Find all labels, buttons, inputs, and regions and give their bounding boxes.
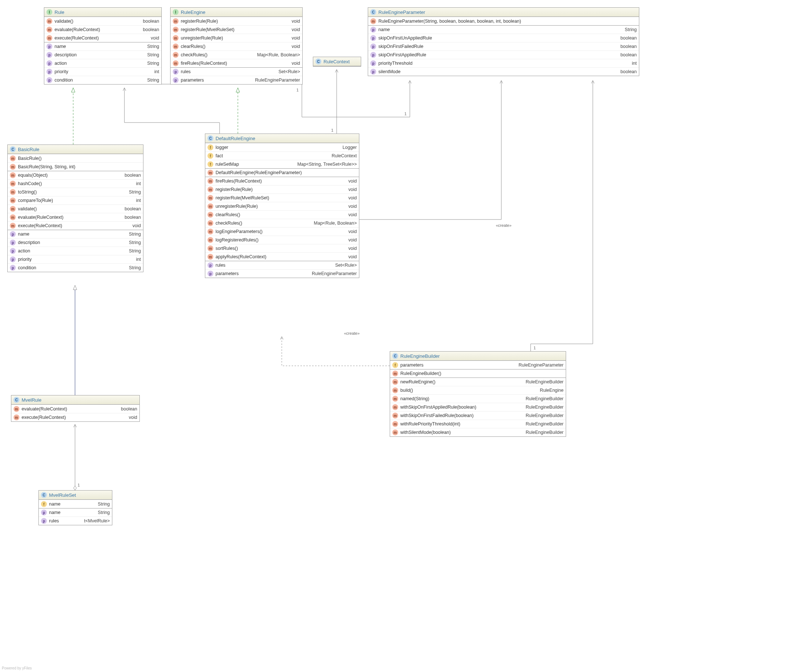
member-row[interactable]: prulest<MvelRule> xyxy=(39,517,112,525)
class-RuleContext[interactable]: CRuleContext xyxy=(313,57,361,67)
member-row[interactable]: pparametersRuleEngineParameter xyxy=(205,269,359,278)
member-signature: logger xyxy=(216,145,228,150)
member-row[interactable]: pskipOnFirstUnAppliedRuleboolean xyxy=(368,34,639,42)
member-row[interactable]: mwithRulePriorityThreshold(int)RuleEngin… xyxy=(390,419,566,428)
member-row[interactable]: pskipOnFirstAppliedRuleboolean xyxy=(368,51,639,59)
method-icon: m xyxy=(208,254,213,260)
member-row[interactable]: mregisterRule(Rule)void xyxy=(205,185,359,194)
method-icon: m xyxy=(392,371,398,376)
member-row[interactable]: ppriorityThresholdint xyxy=(368,59,639,67)
member-row[interactable]: prulesSet<Rule> xyxy=(171,67,302,76)
property-icon: p xyxy=(370,35,376,41)
member-row[interactable]: mnamed(String)RuleEngineBuilder xyxy=(390,394,566,403)
class-RuleEngineBuilder[interactable]: CRuleEngineBuilderfparametersRuleEngineP… xyxy=(390,351,566,437)
member-row[interactable]: pactionString xyxy=(44,59,162,67)
footer-credit: Powered by yFiles xyxy=(2,666,32,670)
member-row[interactable]: psilentModeboolean xyxy=(368,67,639,76)
class-header[interactable]: CRuleContext xyxy=(313,57,361,66)
member-row[interactable]: mexecute(RuleContext)void xyxy=(44,34,162,42)
class-header[interactable]: CBasicRule xyxy=(8,145,143,154)
member-row[interactable]: msortRules()void xyxy=(205,244,359,253)
class-MvelRule[interactable]: CMvelRulemevaluate(RuleContext)booleanme… xyxy=(11,395,140,422)
member-row[interactable]: mDefaultRuleEngine(RuleEngineParameter) xyxy=(205,168,359,177)
method-icon: m xyxy=(208,245,213,251)
member-row[interactable]: mclearRules()void xyxy=(205,210,359,219)
member-row[interactable]: fparametersRuleEngineParameter xyxy=(390,361,566,369)
member-row[interactable]: mregisterRule(MvelRuleSet)void xyxy=(205,194,359,202)
member-row[interactable]: mcompareTo(Rule)int xyxy=(8,196,143,205)
member-row[interactable]: pconditionString xyxy=(8,263,143,272)
member-row[interactable]: pconditionString xyxy=(44,76,162,84)
member-row[interactable]: pnameString xyxy=(39,508,112,517)
member-row[interactable]: mlogEngineParameters()void xyxy=(205,227,359,235)
class-Rule[interactable]: IRulemvalidate()booleanmevaluate(RuleCon… xyxy=(44,7,162,85)
member-return-type: boolean xyxy=(617,44,637,49)
member-return-type: void xyxy=(345,204,357,209)
member-row[interactable]: mbuild()RuleEngine xyxy=(390,386,566,394)
member-row[interactable]: mwithSkipOnFirstFailedRule(boolean)RuleE… xyxy=(390,411,566,419)
member-row[interactable]: mvalidate()boolean xyxy=(8,205,143,213)
class-header[interactable]: CRuleEngineBuilder xyxy=(390,352,566,361)
class-DefaultRuleEngine[interactable]: CDefaultRuleEnginefloggerLoggerffactRule… xyxy=(205,133,359,278)
member-row[interactable]: pnameString xyxy=(44,42,162,51)
member-row[interactable]: pparametersRuleEngineParameter xyxy=(171,76,302,84)
method-icon: m xyxy=(392,396,398,402)
member-row[interactable]: pskipOnFirstFailedRuleboolean xyxy=(368,42,639,51)
class-header[interactable]: IRuleEngine xyxy=(171,8,302,17)
member-row[interactable]: mlogRegisteredRules()void xyxy=(205,235,359,244)
member-row[interactable]: mRuleEngineParameter(String, boolean, bo… xyxy=(368,17,639,25)
class-header[interactable]: CMvelRule xyxy=(11,395,139,405)
member-row[interactable]: mequals(Object)boolean xyxy=(8,171,143,179)
member-row[interactable]: mwithSilentMode(boolean)RuleEngineBuilde… xyxy=(390,428,566,437)
member-row[interactable]: mevaluate(RuleContext)boolean xyxy=(44,25,162,34)
member-row[interactable]: mvalidate()boolean xyxy=(44,17,162,25)
member-row[interactable]: mnewRuleEngine()RuleEngineBuilder xyxy=(390,378,566,386)
member-row[interactable]: pnameString xyxy=(368,25,639,34)
member-row[interactable]: fnameString xyxy=(39,500,112,508)
member-row[interactable]: mRuleEngineBuilder() xyxy=(390,369,566,378)
member-row[interactable]: ppriorityint xyxy=(44,67,162,76)
member-return-type: boolean xyxy=(121,215,141,220)
member-row[interactable]: fruleSetMapMap<String, TreeSet<Rule>> xyxy=(205,160,359,168)
member-row[interactable]: mtoString()String xyxy=(8,188,143,196)
class-header[interactable]: CDefaultRuleEngine xyxy=(205,134,359,143)
member-row[interactable]: mfireRules(RuleContext)void xyxy=(171,59,302,67)
member-row[interactable]: mcheckRules()Map<Rule, Boolean> xyxy=(205,219,359,227)
member-row[interactable]: pdescriptionString xyxy=(8,238,143,246)
class-BasicRule[interactable]: CBasicRulemBasicRule()mBasicRule(String,… xyxy=(7,144,144,272)
member-row[interactable]: mevaluate(RuleContext)boolean xyxy=(8,213,143,221)
member-row[interactable]: mevaluate(RuleContext)boolean xyxy=(11,405,139,413)
member-signature: validate() xyxy=(54,19,73,24)
member-row[interactable]: pactionString xyxy=(8,246,143,255)
member-row[interactable]: mexecute(RuleContext)void xyxy=(8,221,143,230)
member-row[interactable]: munregisterRule(Rule)void xyxy=(171,34,302,42)
member-row[interactable]: mregisterRule(Rule)void xyxy=(171,17,302,25)
member-row[interactable]: pdescriptionString xyxy=(44,51,162,59)
member-row[interactable]: mexecute(RuleContext)void xyxy=(11,413,139,421)
member-row[interactable]: ppriorityint xyxy=(8,255,143,263)
member-row[interactable]: munregisterRule(Rule)void xyxy=(205,202,359,210)
class-MvelRuleSet[interactable]: CMvelRuleSetfnameStringpnameStringprules… xyxy=(38,490,112,525)
member-return-type: void xyxy=(288,27,300,32)
member-row[interactable]: pnameString xyxy=(8,230,143,238)
class-header[interactable]: IRule xyxy=(44,8,162,17)
member-row[interactable]: mclearRules()void xyxy=(171,42,302,51)
class-header[interactable]: CMvelRuleSet xyxy=(39,491,112,500)
member-row[interactable]: mBasicRule(String, String, int) xyxy=(8,162,143,171)
member-row[interactable]: mcheckRules()Map<Rule, Boolean> xyxy=(171,51,302,59)
member-signature: checkRules() xyxy=(181,52,208,58)
class-header[interactable]: CRuleEngineParameter xyxy=(368,8,639,17)
member-row[interactable]: floggerLogger xyxy=(205,143,359,152)
member-row[interactable]: mBasicRule() xyxy=(8,154,143,162)
class-RuleEngineParameter[interactable]: CRuleEngineParametermRuleEngineParameter… xyxy=(368,7,639,76)
member-row[interactable]: mwithSkipOnFirstAppliedRule(boolean)Rule… xyxy=(390,403,566,411)
member-signature: description xyxy=(54,52,77,58)
member-row[interactable]: prulesSet<Rule> xyxy=(205,261,359,269)
member-row[interactable]: mhashCode()int xyxy=(8,179,143,188)
property-icon: p xyxy=(208,262,213,268)
member-row[interactable]: mfireRules(RuleContext)void xyxy=(205,177,359,185)
member-row[interactable]: mregisterRule(MvelRuleSet)void xyxy=(171,25,302,34)
class-RuleEngine[interactable]: IRuleEnginemregisterRule(Rule)voidmregis… xyxy=(170,7,302,85)
member-row[interactable]: ffactRuleContext xyxy=(205,152,359,160)
member-row[interactable]: mapplyRules(RuleContext)void xyxy=(205,253,359,261)
